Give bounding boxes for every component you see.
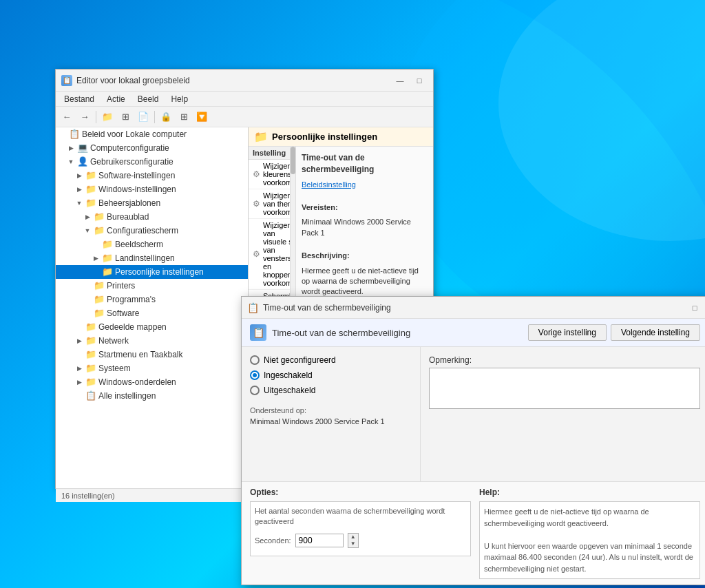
- options-input-row: Seconden: ▲ ▼: [255, 533, 466, 548]
- lock-button[interactable]: 🔒: [158, 109, 174, 125]
- ondersteund-value: Minimaal Windows 2000 Service Pack 1: [250, 417, 412, 426]
- tree-item-win-ond[interactable]: ▶ 📁 Windows-onderdelen: [56, 375, 248, 389]
- setting-label-3: Wijzigen van visuele stijl van vensters …: [263, 221, 290, 287]
- expand-soft2: [83, 309, 92, 317]
- tree-item-config-scherm[interactable]: ▼ 📁 Configuratiescherm: [56, 224, 248, 238]
- statusbar-text: 16 instelling(en): [61, 492, 115, 500]
- beleid-link[interactable]: Beleidsinstelling: [302, 180, 356, 189]
- tree-item-bureaublad[interactable]: ▶ 📁 Bureaublad: [56, 210, 248, 224]
- grid2-button[interactable]: ⊞: [176, 109, 192, 125]
- right-panel-title: Persoonlijke instellingen: [272, 132, 377, 142]
- tree-item-beheer[interactable]: ▼ 📁 Beheersjablonen: [56, 196, 248, 210]
- expand-net: ▶: [75, 337, 83, 345]
- expand-alle: [75, 392, 83, 400]
- radio-niet-geconfigureerd[interactable]: Niet geconfigureerd: [250, 355, 412, 365]
- tree-item-landinst[interactable]: ▶ 📁 Landinstellingen: [56, 251, 248, 265]
- expand-beheer: ▼: [75, 199, 83, 207]
- seconds-input[interactable]: [295, 534, 344, 547]
- back-button[interactable]: ←: [59, 109, 75, 125]
- radio-circle-uit: [250, 386, 260, 395]
- options-description: Het aantal seconden waarna de schermbeve…: [255, 506, 466, 527]
- scrollbar-thumb: [291, 147, 295, 174]
- toolbar-separator-2: [154, 111, 155, 123]
- settings-row-1[interactable]: ⚙ Wijzigen van kleurenschema voorkomen N: [249, 160, 290, 189]
- radio-ingeschakeld[interactable]: Ingeschakeld: [250, 370, 412, 380]
- menu-actie[interactable]: Actie: [101, 93, 131, 105]
- tree-item-netwerk[interactable]: ▶ 📁 Netwerk: [56, 334, 248, 348]
- spin-buttons: ▲ ▼: [348, 533, 359, 548]
- tree-item-user-config[interactable]: ▼ 👤 Gebruikersconfiguratie: [56, 155, 248, 169]
- seconds-label: Seconden:: [255, 536, 291, 545]
- policy-nav-buttons: Vorige instelling Volgende instelling: [528, 324, 700, 341]
- settings-row-2[interactable]: ⚙ Wijzigen van thema voorkomen N: [249, 189, 290, 219]
- policy-header: 📋 Time-out van de schermbeveiliging Vori…: [242, 319, 705, 347]
- required-label: Vereisten:: [302, 202, 428, 213]
- folder-button[interactable]: 📁: [99, 109, 116, 125]
- opmerking-label: Opmerking:: [429, 355, 700, 365]
- tree-item-gedeeld[interactable]: 📁 Gedeelde mappen: [56, 320, 248, 334]
- toolbar: ← → 📁 ⊞ 📄 🔒 ⊞ 🔽: [56, 107, 433, 127]
- policy-left-panel: Niet geconfigureerd Ingeschakeld Uitgesc…: [242, 347, 421, 481]
- editor-window-icon: 📋: [61, 75, 72, 86]
- policy-titlebar-left: 📋 Time-out van de schermbeveiliging: [247, 302, 391, 313]
- tree-item-startmenu[interactable]: 📁 Startmenu en Taakbalk: [56, 348, 248, 361]
- help-box: Hiermee geeft u de niet-actieve tijd op …: [479, 501, 700, 579]
- editor-titlebar: 📋 Editor voor lokaal groepsbeleid — □: [56, 70, 433, 92]
- expand-winond: ▶: [75, 378, 83, 386]
- next-setting-button[interactable]: Volgende instelling: [611, 324, 700, 341]
- tree-item-windows[interactable]: ▶ 📁 Windows-instellingen: [56, 182, 248, 196]
- expand-root: [59, 130, 67, 138]
- expand-printers: [83, 282, 92, 290]
- opmerking-textarea[interactable]: [429, 368, 700, 409]
- menu-beeld[interactable]: Beeld: [132, 93, 165, 105]
- desc-label: Beschrijving:: [302, 251, 428, 261]
- tree-item-persoonlijk[interactable]: 📁 Persoonlijke instellingen: [56, 265, 248, 279]
- tree-item-software[interactable]: ▶ 📁 Software-instellingen: [56, 169, 248, 182]
- policy-dialog-title: Time-out van de schermbeveiliging: [263, 303, 391, 313]
- maximize-button[interactable]: □: [411, 74, 428, 87]
- tree-item-printers[interactable]: 📁 Printers: [56, 279, 248, 293]
- menubar: Bestand Actie Beeld Help: [56, 92, 433, 107]
- settings-row-3[interactable]: ⚙ Wijzigen van visuele stijl van venster…: [249, 219, 290, 290]
- col-instelling: Instelling: [253, 149, 286, 157]
- radio-circle-niet: [250, 355, 260, 365]
- spin-down-button[interactable]: ▼: [348, 540, 358, 547]
- ondersteund-label: Ondersteund op:: [250, 406, 412, 414]
- policy-right-panel: Opmerking:: [421, 347, 705, 481]
- tree-item-software2[interactable]: 📁 Software: [56, 306, 248, 320]
- policy-maximize-button[interactable]: □: [686, 301, 703, 315]
- policy-bottom: Opties: Het aantal seconden waarna de sc…: [242, 481, 705, 585]
- forward-button[interactable]: →: [76, 109, 93, 125]
- tree-item-alle[interactable]: 📋 Alle instellingen: [56, 389, 248, 403]
- menu-help[interactable]: Help: [165, 93, 193, 105]
- tree-panel: 📋 Beleid voor Lokale computer ▶ 💻 Comput…: [56, 127, 249, 488]
- header-folder-icon: 📁: [254, 130, 268, 143]
- tree-item-systeem[interactable]: ▶ 📁 Systeem: [56, 361, 248, 375]
- previous-setting-button[interactable]: Vorige instelling: [528, 324, 607, 341]
- policy-header-title: Time-out van de schermbeveiliging: [272, 328, 410, 338]
- settings-list-header: Instelling: [249, 147, 290, 160]
- tree-item-programmas[interactable]: 📁 Programma's: [56, 293, 248, 306]
- setting-icon-3: ⚙: [253, 249, 260, 259]
- doc-button[interactable]: 📄: [135, 109, 151, 125]
- ondersteund-section: Ondersteund op: Minimaal Windows 2000 Se…: [250, 406, 412, 426]
- tree-item-beeldscherm[interactable]: 📁 Beeldscherm: [56, 238, 248, 251]
- desc-value: Hiermee geeft u de niet-actieve tijd op …: [302, 266, 428, 297]
- radio-uitgeschakeld[interactable]: Uitgeschakeld: [250, 386, 412, 395]
- policy-content: 📋 Time-out van de schermbeveiliging Vori…: [242, 319, 705, 585]
- tree-item-comp-config[interactable]: ▶ 💻 Computerconfiguratie: [56, 141, 248, 155]
- setting-label-2: Wijzigen van thema voorkomen: [263, 191, 290, 216]
- spin-up-button[interactable]: ▲: [348, 534, 358, 540]
- menu-bestand[interactable]: Bestand: [59, 93, 100, 105]
- expand-land: ▶: [92, 254, 100, 262]
- tree-item-root[interactable]: 📋 Beleid voor Lokale computer: [56, 127, 248, 141]
- help-text: Hiermee geeft u de niet-actieve tijd op …: [484, 506, 695, 529]
- grid-button[interactable]: ⊞: [117, 109, 134, 125]
- filter-button[interactable]: 🔽: [193, 109, 210, 125]
- policy-header-icon: 📋: [250, 324, 266, 341]
- policy-titlebar-controls: □: [686, 301, 703, 315]
- setting-icon-2: ⚙: [253, 199, 260, 209]
- minimize-button[interactable]: —: [392, 74, 408, 87]
- radio-label-uit: Uitgeschakeld: [264, 386, 315, 395]
- expand-prog: [83, 295, 92, 304]
